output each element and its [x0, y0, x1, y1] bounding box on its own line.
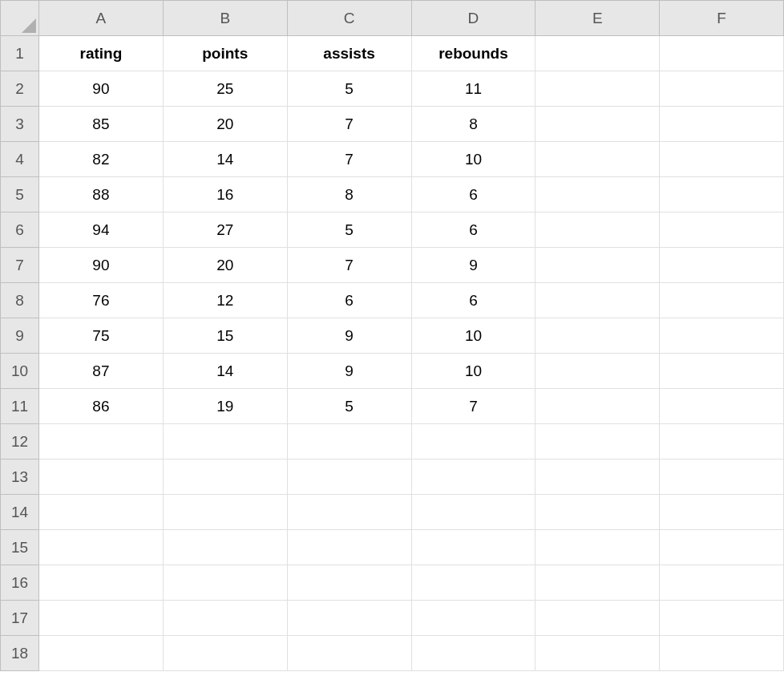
cell-F8[interactable]	[660, 283, 784, 318]
cell-D12[interactable]	[411, 424, 535, 459]
col-header-B[interactable]: B	[163, 1, 287, 36]
cell-B12[interactable]	[163, 424, 287, 459]
cell-A6[interactable]: 94	[38, 213, 163, 248]
cell-C9[interactable]: 9	[287, 318, 411, 354]
cell-F11[interactable]	[660, 389, 784, 424]
cell-B16[interactable]	[163, 565, 287, 601]
cell-E7[interactable]	[535, 248, 660, 283]
col-header-A[interactable]: A	[38, 1, 163, 36]
cell-B1[interactable]: points	[163, 36, 287, 71]
cell-A14[interactable]	[38, 495, 163, 530]
cell-A13[interactable]	[38, 459, 163, 495]
cell-C2[interactable]: 5	[287, 71, 411, 107]
cell-C12[interactable]	[287, 424, 411, 459]
cell-B14[interactable]	[163, 495, 287, 530]
cell-F16[interactable]	[660, 565, 784, 601]
row-header-4[interactable]: 4	[1, 142, 39, 177]
cell-D15[interactable]	[411, 530, 535, 565]
cell-E11[interactable]	[535, 389, 660, 424]
cell-E4[interactable]	[535, 142, 660, 177]
row-header-12[interactable]: 12	[1, 424, 39, 459]
cell-B17[interactable]	[163, 601, 287, 636]
cell-F9[interactable]	[660, 318, 784, 354]
cell-F17[interactable]	[660, 601, 784, 636]
cell-F18[interactable]	[660, 636, 784, 671]
cell-C5[interactable]: 8	[287, 177, 411, 213]
cell-B2[interactable]: 25	[163, 71, 287, 107]
cell-E2[interactable]	[535, 71, 660, 107]
row-header-1[interactable]: 1	[1, 36, 39, 71]
cell-A2[interactable]: 90	[38, 71, 163, 107]
cell-A11[interactable]: 86	[38, 389, 163, 424]
cell-F7[interactable]	[660, 248, 784, 283]
cell-E9[interactable]	[535, 318, 660, 354]
cell-C1[interactable]: assists	[287, 36, 411, 71]
col-header-F[interactable]: F	[660, 1, 784, 36]
cell-C8[interactable]: 6	[287, 283, 411, 318]
row-header-8[interactable]: 8	[1, 283, 39, 318]
cell-B10[interactable]: 14	[163, 354, 287, 389]
cell-E18[interactable]	[535, 636, 660, 671]
row-header-6[interactable]: 6	[1, 213, 39, 248]
col-header-E[interactable]: E	[535, 1, 660, 36]
row-header-18[interactable]: 18	[1, 636, 39, 671]
row-header-17[interactable]: 17	[1, 601, 39, 636]
cell-E6[interactable]	[535, 213, 660, 248]
cell-D4[interactable]: 10	[411, 142, 535, 177]
cell-D7[interactable]: 9	[411, 248, 535, 283]
cell-E3[interactable]	[535, 107, 660, 142]
cell-D5[interactable]: 6	[411, 177, 535, 213]
cell-F10[interactable]	[660, 354, 784, 389]
cell-A1[interactable]: rating	[38, 36, 163, 71]
cell-B3[interactable]: 20	[163, 107, 287, 142]
cell-B13[interactable]	[163, 459, 287, 495]
cell-A18[interactable]	[38, 636, 163, 671]
cell-B4[interactable]: 14	[163, 142, 287, 177]
cell-B15[interactable]	[163, 530, 287, 565]
cell-D9[interactable]: 10	[411, 318, 535, 354]
cell-A4[interactable]: 82	[38, 142, 163, 177]
col-header-D[interactable]: D	[411, 1, 535, 36]
select-all-corner[interactable]	[1, 1, 39, 36]
row-header-7[interactable]: 7	[1, 248, 39, 283]
cell-E13[interactable]	[535, 459, 660, 495]
cell-C17[interactable]	[287, 601, 411, 636]
cell-D2[interactable]: 11	[411, 71, 535, 107]
cell-B8[interactable]: 12	[163, 283, 287, 318]
cell-B9[interactable]: 15	[163, 318, 287, 354]
cell-F4[interactable]	[660, 142, 784, 177]
cell-D17[interactable]	[411, 601, 535, 636]
cell-C16[interactable]	[287, 565, 411, 601]
cell-F2[interactable]	[660, 71, 784, 107]
cell-A5[interactable]: 88	[38, 177, 163, 213]
cell-B7[interactable]: 20	[163, 248, 287, 283]
cell-A17[interactable]	[38, 601, 163, 636]
cell-C13[interactable]	[287, 459, 411, 495]
cell-A7[interactable]: 90	[38, 248, 163, 283]
cell-C15[interactable]	[287, 530, 411, 565]
cell-C3[interactable]: 7	[287, 107, 411, 142]
cell-C6[interactable]: 5	[287, 213, 411, 248]
cell-F15[interactable]	[660, 530, 784, 565]
cell-D13[interactable]	[411, 459, 535, 495]
cell-D16[interactable]	[411, 565, 535, 601]
cell-A8[interactable]: 76	[38, 283, 163, 318]
cell-F13[interactable]	[660, 459, 784, 495]
cell-B6[interactable]: 27	[163, 213, 287, 248]
row-header-16[interactable]: 16	[1, 565, 39, 601]
cell-A10[interactable]: 87	[38, 354, 163, 389]
cell-D3[interactable]: 8	[411, 107, 535, 142]
cell-C11[interactable]: 5	[287, 389, 411, 424]
cell-D1[interactable]: rebounds	[411, 36, 535, 71]
row-header-10[interactable]: 10	[1, 354, 39, 389]
row-header-2[interactable]: 2	[1, 71, 39, 107]
cell-A16[interactable]	[38, 565, 163, 601]
row-header-9[interactable]: 9	[1, 318, 39, 354]
cell-C10[interactable]: 9	[287, 354, 411, 389]
cell-C4[interactable]: 7	[287, 142, 411, 177]
cell-E8[interactable]	[535, 283, 660, 318]
cell-D18[interactable]	[411, 636, 535, 671]
row-header-13[interactable]: 13	[1, 459, 39, 495]
row-header-5[interactable]: 5	[1, 177, 39, 213]
cell-D8[interactable]: 6	[411, 283, 535, 318]
